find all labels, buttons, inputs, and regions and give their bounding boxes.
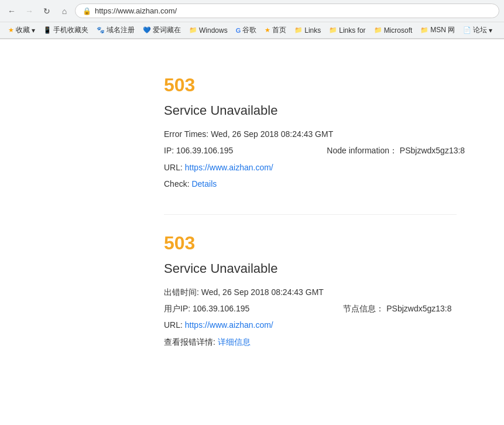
error-url-cn: URL: https://www.aizhan.com/ (164, 318, 504, 331)
error-ip-row-cn: 用户IP: 106.39.106.195 节点信息： PSbjzwdx5gz13… (164, 302, 504, 315)
error-title-en: Service Unavailable (164, 103, 504, 118)
secure-icon: 🔒 (83, 7, 91, 15)
bookmark-label: Links for (339, 26, 365, 35)
ip-label-en: IP: (164, 146, 174, 155)
error-check-cn: 查看报错详情: 详细信息 (164, 335, 504, 348)
bookmark-phone[interactable]: 📱 手机收藏夹 (40, 24, 92, 36)
ip-val-cn: 106.39.106.195 (193, 304, 249, 313)
bookmark-label: Windows (199, 26, 228, 35)
bookmark-homepage[interactable]: ★ 首页 (261, 24, 290, 36)
error-time-val-cn: Wed, 26 Sep 2018 08:24:43 GMT (201, 287, 324, 297)
folder-icon: 📁 (329, 26, 337, 34)
error-time-en: Error Times: Wed, 26 Sep 2018 08:24:43 G… (164, 128, 504, 140)
ip-block-en: IP: 106.39.106.195 (164, 144, 233, 157)
bookmark-label: 首页 (272, 25, 286, 35)
url-label-cn: URL: (164, 320, 183, 330)
heart-icon: 💙 (143, 26, 151, 34)
bookmarks-bar: ★ 收藏 ▾ 📱 手机收藏夹 🐾 域名注册 💙 爱词藏在 📁 Windows G… (0, 22, 504, 39)
details-link-cn[interactable]: 详细信息 (218, 337, 251, 347)
error-time-cn: 出错时间: Wed, 26 Sep 2018 08:24:43 GMT (164, 286, 504, 299)
check-label-cn: 查看报错详情: (164, 337, 215, 347)
folder-icon: 📁 (189, 26, 197, 34)
error-check-en: Check: Details (164, 177, 504, 190)
bookmark-google[interactable]: G 谷歌 (232, 24, 260, 36)
bookmark-microsoft[interactable]: 📁 Microsoft (371, 25, 416, 36)
error-time-label-en: Error Times: (164, 129, 208, 139)
url-input[interactable] (95, 6, 492, 15)
url-link-cn[interactable]: https://www.aizhan.com/ (185, 320, 273, 330)
browser-toolbar: ← → ↻ ⌂ 🔒 (0, 0, 504, 22)
bookmark-shoucang[interactable]: ★ 收藏 ▾ (5, 24, 39, 36)
error-time-label-cn: 出错时间: (164, 287, 199, 297)
error-block-cn: 503 Service Unavailable 出错时间: Wed, 26 Se… (164, 232, 504, 349)
bookmark-domain[interactable]: 🐾 域名注册 (93, 24, 138, 36)
node-label-en: Node information： (327, 146, 397, 155)
folder-icon: 📁 (374, 26, 382, 34)
bookmark-label: 手机收藏夹 (53, 25, 88, 35)
phone-icon: 📱 (43, 26, 52, 34)
details-link-en[interactable]: Details (191, 179, 217, 188)
dropdown-icon: ▾ (32, 26, 35, 35)
error-url-en: URL: https://www.aizhan.com/ (164, 161, 504, 174)
bookmark-windows[interactable]: 📁 Windows (186, 25, 231, 36)
star-icon: ★ (265, 26, 270, 34)
node-label-cn: 节点信息： (343, 304, 384, 313)
bookmark-label: MSN 网 (430, 25, 455, 35)
node-block-en: Node information： PSbjzwdx5gz13:8 (327, 144, 465, 157)
ip-block-cn: 用户IP: 106.39.106.195 (164, 302, 249, 315)
error-code-cn: 503 (164, 232, 504, 254)
forward-button[interactable]: → (22, 4, 36, 18)
url-link-en[interactable]: https://www.aizhan.com/ (185, 163, 273, 172)
section-divider (164, 214, 457, 215)
dropdown-icon: ▾ (489, 26, 492, 35)
bookmark-label: 谷歌 (242, 25, 256, 35)
refresh-button[interactable]: ↻ (40, 4, 54, 18)
bookmark-label: 论坛 (473, 25, 487, 35)
bookmark-label: 爱词藏在 (153, 25, 181, 35)
bookmark-label: Links (304, 26, 321, 35)
bookmark-label: 域名注册 (107, 25, 135, 35)
error-block-en: 503 Service Unavailable Error Times: Wed… (164, 74, 504, 191)
bookmark-forum[interactable]: 📄 论坛 ▾ (460, 24, 496, 36)
ip-val-en: 106.39.106.195 (176, 146, 233, 155)
bookmark-links-for[interactable]: 📁 Links for (325, 25, 369, 36)
node-block-cn: 节点信息： PSbjzwdx5gz13:8 (343, 302, 451, 315)
ip-label-cn: 用户IP: (164, 304, 190, 313)
doc-icon: 📄 (463, 26, 471, 34)
bookmark-label: 收藏 (16, 25, 30, 35)
folder-icon: 📁 (420, 26, 428, 34)
error-title-cn: Service Unavailable (164, 261, 504, 276)
node-value-en: PSbjzwdx5gz13:8 (400, 146, 465, 155)
node-value-cn: PSbjzwdx5gz13:8 (386, 304, 451, 313)
bookmark-aicizang[interactable]: 💙 爱词藏在 (139, 24, 184, 36)
url-label-en: URL: (164, 163, 183, 172)
browser-chrome: ← → ↻ ⌂ 🔒 ★ 收藏 ▾ 📱 手机收藏夹 🐾 域名注册 💙 爱词藏在 📁 (0, 0, 504, 39)
error-ip-row-en: IP: 106.39.106.195 Node information： PSb… (164, 144, 504, 157)
address-bar[interactable]: 🔒 (75, 4, 499, 18)
check-label-en: Check: (164, 179, 190, 188)
bookmark-links[interactable]: 📁 Links (291, 25, 324, 36)
bookmark-label: Microsoft (384, 26, 413, 35)
home-button[interactable]: ⌂ (57, 4, 71, 18)
error-time-val: Wed, 26 Sep 2018 08:24:43 GMT (211, 129, 333, 139)
folder-icon: 📁 (294, 26, 303, 34)
star-icon: ★ (8, 26, 14, 34)
google-icon: G (236, 27, 241, 34)
page-content: 503 Service Unavailable Error Times: Wed… (0, 39, 504, 414)
paw-icon: 🐾 (97, 26, 105, 34)
back-button[interactable]: ← (5, 4, 19, 18)
error-code-en: 503 (164, 74, 504, 96)
bookmark-msn[interactable]: 📁 MSN 网 (417, 24, 458, 36)
